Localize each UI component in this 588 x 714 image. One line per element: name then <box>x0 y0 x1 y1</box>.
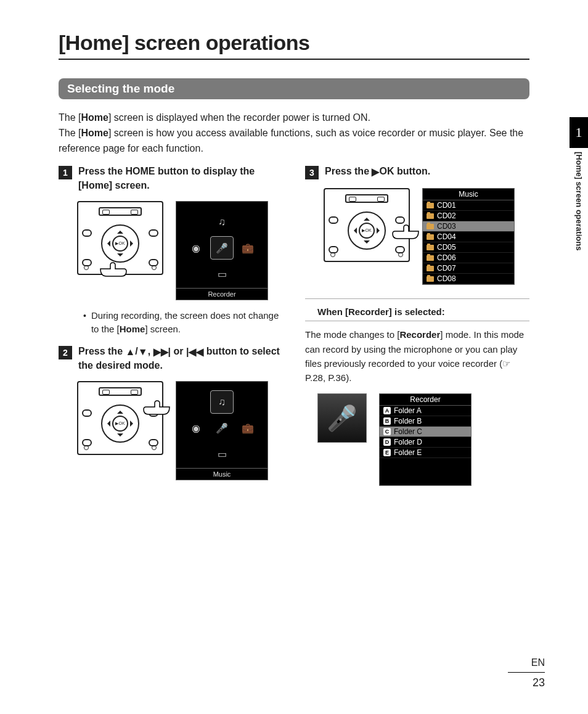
step-3-images: ▶OK Music CD01CD02CD03CD04CD05CD06CD07CD… <box>324 188 529 285</box>
step-3-text: Press the ▶OK button. <box>325 165 430 179</box>
step-2-images: ▶OK ♫ ◉🎤💼 ▭ Music <box>77 381 283 480</box>
list-item: CD08 <box>423 274 514 284</box>
calendar-icon: ▭ <box>210 262 234 285</box>
music-folder-list: Music CD01CD02CD03CD04CD05CD06CD07CD08 <box>422 188 515 285</box>
up-triangle-icon: ▲ <box>125 345 135 359</box>
down-triangle-icon: ▼ <box>138 345 148 359</box>
microphone-icon: 🎤 <box>317 393 367 443</box>
recorder-paragraph: The mode changes to [Recorder] mode. In … <box>305 327 529 385</box>
step-1: 1 Press the HOME button to display the [… <box>59 165 283 192</box>
briefcase-icon: 💼 <box>236 416 259 440</box>
list-item-label: Folder E <box>394 448 422 457</box>
step-1-images: ▶OK ♫ ◉🎤💼 ▭ Recorder <box>77 201 283 300</box>
list-item: BFolder B <box>380 416 471 427</box>
left-column: 1 Press the HOME button to display the [… <box>59 165 283 494</box>
music-icon: ♫ <box>210 210 234 234</box>
briefcase-icon: 💼 <box>236 236 259 260</box>
list-item-label: Folder A <box>394 406 422 415</box>
list-title: Recorder <box>380 394 471 406</box>
list-item: DFolder D <box>380 437 471 448</box>
folder-badge-icon: D <box>383 438 391 446</box>
section-heading: Selecting the mode <box>59 78 529 99</box>
recorder-images: 🎤 Recorder AFolder ABFolder BCFolder CDF… <box>317 393 529 486</box>
list-item: CD03 <box>423 221 514 232</box>
folder-badge-icon: A <box>383 407 391 414</box>
bullet-dot-icon: • <box>83 310 86 336</box>
list-item-label: CD07 <box>437 264 456 273</box>
folder-icon <box>427 266 434 271</box>
chapter-number: 1 <box>570 117 588 148</box>
list-item: AFolder A <box>380 406 471 416</box>
step-3: 3 Press the ▶OK button. <box>305 165 529 179</box>
folder-badge-icon: C <box>383 428 391 435</box>
list-item-label: CD02 <box>437 211 456 220</box>
divider <box>305 298 529 299</box>
device-illustration: ▶OK <box>77 201 163 275</box>
pointing-hand-icon <box>391 223 420 241</box>
right-column: 3 Press the ▶OK button. ▶OK Music CD01CD… <box>305 165 529 494</box>
title-home-word: Home <box>65 31 122 54</box>
list-item-label: Folder C <box>394 427 422 436</box>
list-item-label: Folder D <box>394 438 422 446</box>
list-item: CD06 <box>423 253 514 263</box>
folder-icon <box>427 245 434 250</box>
page-number: 23 <box>508 676 545 689</box>
title-rule <box>59 59 529 60</box>
home-screen-music: ♫ ◉🎤💼 ▭ Music <box>176 381 268 480</box>
list-item: CD02 <box>423 211 514 221</box>
folder-icon <box>427 255 434 261</box>
home-screen-recorder: ♫ ◉🎤💼 ▭ Recorder <box>176 201 268 300</box>
podcast-icon: ◉ <box>184 416 208 440</box>
mic-icon: 🎤 <box>210 416 234 440</box>
folder-icon <box>427 213 434 219</box>
mic-icon: 🎤 <box>210 236 234 260</box>
step-number: 3 <box>305 166 319 179</box>
step-2-text: Press the ▲/▼, ▶▶| or |◀◀ button to sele… <box>78 345 283 373</box>
podcast-icon: ◉ <box>184 236 208 260</box>
chapter-label: [Home] screen operations <box>574 152 584 250</box>
list-item-label: CD04 <box>437 232 456 241</box>
step-number: 2 <box>59 346 72 359</box>
step-2: 2 Press the ▲/▼, ▶▶| or |◀◀ button to se… <box>59 345 283 373</box>
list-item: CD04 <box>423 232 514 242</box>
folder-badge-icon: E <box>383 449 391 456</box>
folder-badge-icon: B <box>383 417 391 425</box>
list-item: CD05 <box>423 242 514 253</box>
list-item-label: CD06 <box>437 253 456 262</box>
title-bracket: [ <box>59 31 65 54</box>
device-illustration: ▶OK <box>324 188 410 262</box>
music-icon: ♫ <box>210 390 234 414</box>
subsection-title: When [Recorder] is selected: <box>305 303 529 321</box>
recorder-folder-list: Recorder AFolder ABFolder BCFolder CDFol… <box>379 393 472 486</box>
intro-text: The [Home] screen is displayed when the … <box>59 110 529 156</box>
folder-icon <box>427 203 434 208</box>
title-rest: ] screen operations <box>122 31 309 54</box>
calendar-icon: ▭ <box>210 442 234 466</box>
list-title: Music <box>423 189 514 200</box>
device-illustration: ▶OK <box>77 381 163 455</box>
folder-icon <box>427 276 434 282</box>
list-item: CFolder C <box>380 427 471 437</box>
prev-track-icon: |◀◀ <box>186 345 203 359</box>
screen-mode-label: Recorder <box>176 288 267 300</box>
page-title: [Home] screen operations <box>59 31 529 55</box>
folder-icon <box>427 224 434 229</box>
play-triangle-icon: ▶ <box>372 165 379 179</box>
pointing-hand-icon <box>142 398 171 417</box>
screen-mode-label: Music <box>176 468 267 480</box>
list-item-label: CD08 <box>437 274 456 283</box>
page-footer: EN 23 <box>508 657 545 689</box>
list-item-label: CD03 <box>437 222 456 231</box>
chapter-tab: 1 [Home] screen operations <box>570 117 588 302</box>
step-1-note: • During recording, the screen does not … <box>83 309 283 336</box>
list-item: EFolder E <box>380 448 471 458</box>
list-item: CD07 <box>423 263 514 274</box>
step-1-text: Press the HOME button to display the [Ho… <box>78 165 283 192</box>
language-code: EN <box>508 657 545 668</box>
list-item-label: CD01 <box>437 201 456 210</box>
list-item-label: CD05 <box>437 243 456 252</box>
folder-icon <box>427 234 434 240</box>
list-item: CD01 <box>423 200 514 211</box>
step-number: 1 <box>59 166 72 179</box>
list-item-label: Folder B <box>394 417 422 425</box>
